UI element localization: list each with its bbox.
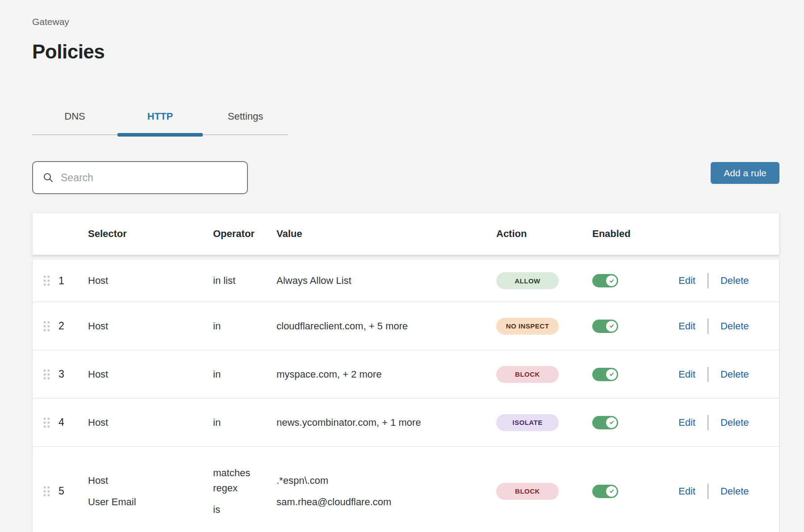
cell-operator: in — [213, 367, 276, 382]
cell-value: cloudflareclient.com, + 5 more — [276, 319, 496, 334]
check-icon — [609, 488, 615, 494]
cell-selector: Host — [88, 415, 213, 430]
action-divider — [708, 319, 708, 334]
toggle-knob — [606, 417, 617, 428]
row-number: 4 — [59, 416, 88, 428]
table-row: 2 Host in cloudflareclient.com, + 5 more… — [33, 302, 779, 350]
check-icon — [609, 420, 615, 425]
cell-selector: Host — [88, 367, 213, 382]
add-rule-button[interactable]: Add a rule — [711, 162, 779, 184]
search-box[interactable] — [32, 161, 248, 194]
toggle-knob — [606, 369, 617, 380]
tab-http[interactable]: HTTP — [117, 110, 203, 123]
table-row: 3 Host in myspace.com, + 2 more BLOCK Ed… — [33, 350, 779, 398]
toggle-knob — [606, 321, 617, 332]
column-header-enabled: Enabled — [592, 228, 678, 240]
column-header-selector: Selector — [88, 228, 213, 240]
column-header-action: Action — [496, 228, 592, 240]
cell-selector: Host — [88, 319, 213, 334]
check-icon — [609, 323, 615, 329]
tab-bar: DNS HTTP Settings — [32, 110, 288, 135]
action-badge: ALLOW — [496, 272, 559, 289]
column-header-operator: Operator — [213, 228, 276, 240]
action-badge: NO INSPECT — [496, 318, 559, 335]
edit-link[interactable]: Edit — [678, 275, 695, 287]
drag-handle-icon[interactable] — [43, 417, 59, 428]
delete-link[interactable]: Delete — [720, 275, 749, 287]
column-header-value: Value — [276, 228, 496, 240]
enabled-toggle[interactable] — [592, 368, 618, 381]
action-badge: BLOCK — [496, 366, 559, 383]
tab-dns[interactable]: DNS — [32, 110, 117, 123]
delete-link[interactable]: Delete — [720, 320, 749, 332]
edit-link[interactable]: Edit — [678, 486, 695, 497]
delete-link[interactable]: Delete — [720, 417, 749, 428]
drag-handle-icon[interactable] — [43, 321, 59, 332]
edit-link[interactable]: Edit — [678, 320, 695, 332]
search-icon — [43, 172, 54, 183]
action-divider — [708, 484, 708, 499]
cell-value: .*espn\.comsam.rhea@cloudflare.com — [276, 473, 496, 510]
enabled-toggle[interactable] — [592, 274, 618, 287]
table-header: Selector Operator Value Action Enabled — [32, 212, 779, 255]
delete-link[interactable]: Delete — [720, 486, 749, 497]
cell-value: myspace.com, + 2 more — [276, 367, 496, 382]
edit-link[interactable]: Edit — [678, 369, 695, 380]
tab-underline — [32, 134, 288, 135]
page-title: Policies — [32, 40, 779, 63]
cell-operator: matches regexis — [213, 466, 276, 517]
gateway-policies-page: Gateway Policies DNS HTTP Settings Add a… — [0, 0, 804, 532]
row-number: 1 — [59, 275, 88, 287]
action-badge: BLOCK — [496, 483, 559, 500]
cell-selector: HostUser Email — [88, 473, 213, 510]
action-divider — [708, 273, 708, 288]
action-divider — [708, 367, 708, 382]
table-row: 4 Host in news.ycombinator.com, + 1 more… — [33, 398, 779, 446]
cell-operator: in list — [213, 273, 276, 288]
action-badge: ISOLATE — [496, 414, 559, 431]
breadcrumb[interactable]: Gateway — [32, 16, 779, 28]
active-tab-indicator — [117, 133, 203, 137]
delete-link[interactable]: Delete — [720, 369, 749, 380]
drag-handle-icon[interactable] — [43, 369, 59, 380]
enabled-toggle[interactable] — [592, 485, 618, 498]
cell-value: Always Allow List — [276, 273, 496, 288]
toggle-knob — [606, 275, 617, 286]
table-body: 1 Host in list Always Allow List ALLOW E… — [32, 260, 779, 532]
cell-selector: Host — [88, 273, 213, 288]
row-number: 2 — [59, 320, 88, 332]
action-divider — [708, 415, 708, 430]
toolbar: Add a rule — [32, 161, 779, 194]
enabled-toggle[interactable] — [592, 416, 618, 429]
row-number: 3 — [59, 368, 88, 380]
check-icon — [609, 278, 615, 284]
table-row: 5 HostUser Email matches regexis .*espn\… — [33, 446, 779, 532]
check-icon — [609, 371, 615, 377]
drag-handle-icon[interactable] — [43, 486, 59, 497]
toggle-knob — [606, 486, 617, 497]
search-input[interactable] — [61, 172, 238, 184]
enabled-toggle[interactable] — [592, 320, 618, 333]
edit-link[interactable]: Edit — [678, 417, 695, 428]
cell-value: news.ycombinator.com, + 1 more — [276, 415, 496, 430]
policies-table: Selector Operator Value Action Enabled 1… — [32, 212, 779, 532]
drag-handle-icon[interactable] — [43, 275, 59, 286]
cell-operator: in — [213, 319, 276, 334]
table-row: 1 Host in list Always Allow List ALLOW E… — [33, 260, 779, 302]
row-number: 5 — [59, 485, 88, 497]
tab-settings[interactable]: Settings — [203, 110, 288, 123]
cell-operator: in — [213, 415, 276, 430]
